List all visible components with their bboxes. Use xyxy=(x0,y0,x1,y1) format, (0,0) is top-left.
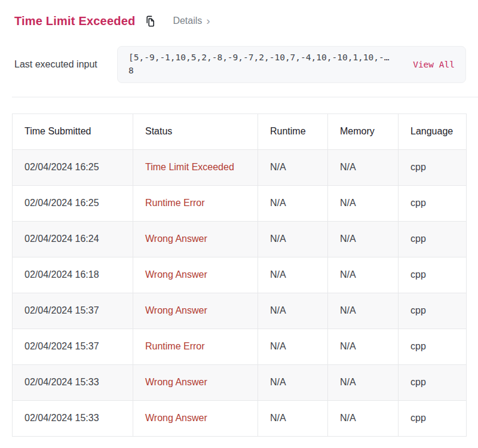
table-row[interactable]: 02/04/2024 15:33 Wrong Answer N/A N/A cp… xyxy=(13,400,467,436)
col-header-memory: Memory xyxy=(328,113,399,149)
details-link[interactable]: Details › xyxy=(173,16,210,26)
col-header-time-submitted: Time Submitted xyxy=(13,113,133,149)
col-header-status: Status xyxy=(133,113,258,149)
cell-runtime: N/A xyxy=(258,329,328,364)
cell-status-link[interactable]: Wrong Answer xyxy=(133,364,258,400)
view-all-link[interactable]: View All xyxy=(413,60,455,69)
cell-runtime: N/A xyxy=(258,257,328,293)
cell-language: cpp xyxy=(399,149,467,185)
cell-status-link[interactable]: Time Limit Exceeded xyxy=(133,149,258,185)
last-input-label: Last executed input xyxy=(14,59,117,70)
cell-memory: N/A xyxy=(328,257,399,293)
cell-runtime: N/A xyxy=(258,364,328,400)
table-row[interactable]: 02/04/2024 16:25 Time Limit Exceeded N/A… xyxy=(13,149,467,185)
cell-status-link[interactable]: Wrong Answer xyxy=(133,221,258,257)
cell-memory: N/A xyxy=(328,329,399,364)
cell-language: cpp xyxy=(399,257,467,293)
cell-status-link[interactable]: Wrong Answer xyxy=(133,400,258,436)
cell-memory: N/A xyxy=(328,221,399,257)
cell-time-submitted: 02/04/2024 15:37 xyxy=(13,293,133,329)
cell-language: cpp xyxy=(399,364,467,400)
table-row[interactable]: 02/04/2024 16:24 Wrong Answer N/A N/A cp… xyxy=(13,221,467,257)
col-header-language: Language xyxy=(399,113,467,149)
input-value-line-2: 8 xyxy=(128,65,402,78)
table-header-row: Time Submitted Status Runtime Memory Lan… xyxy=(13,113,467,149)
copy-button[interactable] xyxy=(143,14,156,28)
table-row[interactable]: 02/04/2024 16:25 Runtime Error N/A N/A c… xyxy=(13,185,467,221)
cell-runtime: N/A xyxy=(258,185,328,221)
cell-time-submitted: 02/04/2024 16:25 xyxy=(13,149,133,185)
section-divider xyxy=(12,97,478,97)
cell-runtime: N/A xyxy=(258,149,328,185)
cell-runtime: N/A xyxy=(258,400,328,436)
cell-memory: N/A xyxy=(328,364,399,400)
table-row[interactable]: 02/04/2024 15:33 Wrong Answer N/A N/A cp… xyxy=(13,364,467,400)
submissions-table-body: 02/04/2024 16:25 Time Limit Exceeded N/A… xyxy=(13,149,467,436)
cell-status-link[interactable]: Runtime Error xyxy=(133,329,258,364)
cell-language: cpp xyxy=(399,329,467,364)
last-input-value: [5,-9,-1,10,5,2,-8,-9,-7,2,-10,7,-4,10,-… xyxy=(128,51,402,78)
cell-memory: N/A xyxy=(328,149,399,185)
cell-time-submitted: 02/04/2024 15:33 xyxy=(13,364,133,400)
cell-time-submitted: 02/04/2024 15:33 xyxy=(13,400,133,436)
table-row[interactable]: 02/04/2024 16:18 Wrong Answer N/A N/A cp… xyxy=(13,257,467,293)
cell-memory: N/A xyxy=(328,185,399,221)
cell-time-submitted: 02/04/2024 16:18 xyxy=(13,257,133,293)
cell-runtime: N/A xyxy=(258,293,328,329)
cell-memory: N/A xyxy=(328,293,399,329)
details-label: Details xyxy=(173,16,202,26)
cell-language: cpp xyxy=(399,400,467,436)
cell-status-link[interactable]: Wrong Answer xyxy=(133,257,258,293)
last-input-section: Last executed input [5,-9,-1,10,5,2,-8,-… xyxy=(14,46,466,83)
cell-memory: N/A xyxy=(328,400,399,436)
copy-icon xyxy=(145,16,155,27)
cell-language: cpp xyxy=(399,221,467,257)
cell-time-submitted: 02/04/2024 15:37 xyxy=(13,329,133,364)
submission-result-page: Time Limit Exceeded Details › Last execu… xyxy=(0,0,478,437)
cell-status-link[interactable]: Wrong Answer xyxy=(133,293,258,329)
cell-runtime: N/A xyxy=(258,221,328,257)
cell-language: cpp xyxy=(399,185,467,221)
input-value-line-1: [5,-9,-1,10,5,2,-8,-9,-7,2,-10,7,-4,10,-… xyxy=(128,51,402,65)
result-header: Time Limit Exceeded Details › xyxy=(14,12,466,30)
cell-time-submitted: 02/04/2024 16:25 xyxy=(13,185,133,221)
last-input-box: [5,-9,-1,10,5,2,-8,-9,-7,2,-10,7,-4,10,-… xyxy=(117,46,466,83)
submissions-table: Time Submitted Status Runtime Memory Lan… xyxy=(12,113,467,437)
cell-status-link[interactable]: Runtime Error xyxy=(133,185,258,221)
cell-time-submitted: 02/04/2024 16:24 xyxy=(13,221,133,257)
chevron-right-icon: › xyxy=(206,15,210,26)
result-status-title: Time Limit Exceeded xyxy=(14,14,135,28)
cell-language: cpp xyxy=(399,293,467,329)
col-header-runtime: Runtime xyxy=(258,113,328,149)
table-row[interactable]: 02/04/2024 15:37 Wrong Answer N/A N/A cp… xyxy=(13,293,467,329)
table-row[interactable]: 02/04/2024 15:37 Runtime Error N/A N/A c… xyxy=(13,329,467,364)
